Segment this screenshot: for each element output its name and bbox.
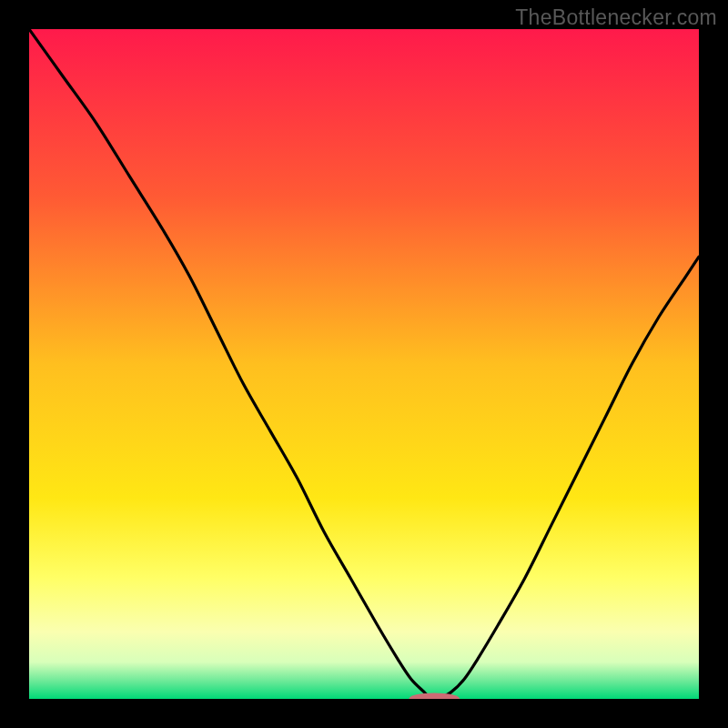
chart-frame: TheBottlenecker.com (0, 0, 728, 728)
watermark-text: TheBottlenecker.com (515, 5, 717, 30)
gradient-background (29, 29, 699, 699)
chart-svg (0, 0, 728, 728)
